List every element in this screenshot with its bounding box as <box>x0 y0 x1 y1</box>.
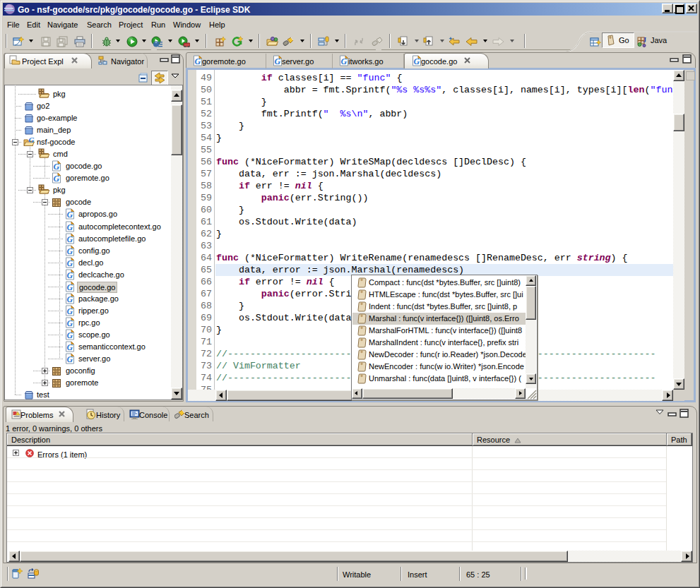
svg-text:G: G <box>54 174 60 184</box>
svg-text:G: G <box>67 258 73 268</box>
svg-text:G: G <box>67 354 73 364</box>
svg-text:G: G <box>29 136 35 144</box>
svg-text:G: G <box>341 56 348 66</box>
svg-text:G: G <box>67 294 73 304</box>
svg-text:G: G <box>67 270 73 280</box>
svg-text:G: G <box>67 282 73 292</box>
svg-text:G: G <box>67 330 73 340</box>
svg-text:G: G <box>67 318 73 328</box>
svg-text:G: G <box>414 56 420 66</box>
svg-text:G: G <box>67 306 73 316</box>
svg-text:G: G <box>67 222 73 232</box>
svg-text:G: G <box>67 234 73 244</box>
svg-text:G: G <box>67 210 73 220</box>
svg-text:G: G <box>67 342 73 352</box>
svg-text:G: G <box>275 56 281 66</box>
svg-text:G: G <box>54 162 60 172</box>
svg-text:G: G <box>67 246 73 256</box>
svg-text:G: G <box>195 56 201 66</box>
svg-text:J: J <box>643 36 646 44</box>
